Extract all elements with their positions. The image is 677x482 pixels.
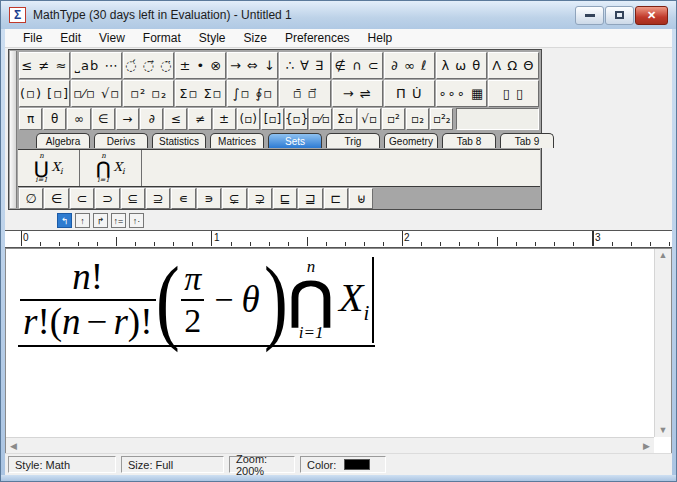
ruler-number: 0 — [23, 232, 29, 243]
set-symbol-button[interactable]: ⊑ — [273, 188, 297, 209]
small-bar-button[interactable]: {▫} — [285, 108, 308, 130]
small-bar-button[interactable]: ∈ — [92, 108, 115, 130]
scroll-right-icon[interactable]: ▶ — [643, 442, 650, 451]
window-border-left — [1, 1, 5, 481]
small-bar-button[interactable]: → — [116, 108, 139, 130]
tab-stop-button-equal-tab[interactable]: ↑= — [111, 213, 126, 228]
close-button[interactable]: ✕ — [635, 6, 668, 25]
palette-button-sum-templates[interactable]: Σ▫ Σ▫ — [175, 80, 226, 107]
tab-geometry[interactable]: Geometry — [384, 133, 438, 148]
palette-button-greek-lowercase[interactable]: λ ω θ — [436, 52, 487, 79]
tab-stop-button-center-tab[interactable]: ↑ — [75, 213, 90, 228]
restore-button[interactable] — [605, 6, 634, 25]
palette-button-misc-symbols[interactable]: ∂ ∞ ℓ — [384, 52, 435, 79]
set-symbol-button[interactable]: ∍ — [197, 188, 221, 209]
set-symbol-button[interactable]: ⊃ — [95, 188, 119, 209]
palette-button-fence-templates[interactable]: (▫) [▫] — [19, 80, 70, 107]
set-symbol-button[interactable]: ⊇ — [146, 188, 170, 209]
small-bar-button[interactable]: ▫⁄▫ — [309, 108, 332, 130]
minimize-button[interactable] — [575, 6, 604, 25]
scroll-down-icon[interactable]: ▼ — [659, 426, 668, 435]
set-symbol-button[interactable]: ∅ — [19, 188, 43, 209]
set-symbol-button[interactable]: ⊏ — [324, 188, 348, 209]
set-symbol-button[interactable]: ⊎ — [349, 188, 373, 209]
equation: n! r!(n−r)! ( π 2 − θ ) n ⋂ i=1 X — [18, 257, 375, 347]
tab-tab-9[interactable]: Tab 9 — [500, 133, 554, 148]
scroll-up-icon[interactable]: ▲ — [659, 251, 668, 260]
palette-button-fraction-radical-templates[interactable]: ▫⁄▫ √▫ — [71, 80, 122, 107]
tab-stop-well: ↰↑↱↑=↑· — [5, 211, 672, 230]
small-bar-button[interactable]: ▫² — [382, 108, 405, 130]
small-bar-button[interactable]: ∂ — [140, 108, 163, 130]
palette-button-matrix-templates[interactable]: ∘∘∘ ▦ — [436, 80, 487, 107]
palette-button-spaces-ellipses[interactable]: ⎵ab ⋯ — [71, 52, 122, 79]
tab-derivs[interactable]: Derivs — [94, 133, 148, 148]
tab-stop-button-decimal-tab[interactable]: ↑· — [129, 213, 144, 228]
small-bar-button[interactable]: π — [19, 108, 42, 130]
equation-editing-area[interactable]: n! r!(n−r)! ( π 2 − θ ) n ⋂ i=1 X — [5, 248, 672, 455]
palette-button-embellishments[interactable]: ◌́ ◌⃗ ◌̈ — [123, 52, 174, 79]
menu-bar: FileEditViewFormatStyleSizePreferencesHe… — [5, 29, 672, 48]
menu-item[interactable]: Format — [134, 29, 190, 47]
palette-button-logic-symbols[interactable]: ∴ ∀ ∃ — [279, 52, 330, 79]
small-bar-button[interactable]: [▫] — [261, 108, 284, 130]
ruler-number: 1 — [214, 232, 220, 243]
ruler[interactable]: 0123 — [5, 230, 672, 248]
small-bar-button[interactable]: ≤ — [164, 108, 187, 130]
tab-algebra[interactable]: Algebra — [36, 133, 90, 148]
toolbar-grip-handle[interactable] — [10, 51, 17, 208]
tab-trig[interactable]: Trig — [326, 133, 380, 148]
small-bar-button[interactable]: ▫₂ — [406, 108, 429, 130]
big-expression-button-intersection-expression[interactable]: n ⋂ i=1 Xi — [80, 150, 142, 186]
palette-button-script-templates[interactable]: ▫² ▫₂ — [123, 80, 174, 107]
horizontal-scrollbar[interactable]: ◀ ▶ — [6, 437, 654, 454]
operand: Xi — [51, 160, 62, 176]
scroll-left-icon[interactable]: ◀ — [10, 442, 17, 451]
x-sub-i: Xi — [339, 274, 369, 326]
big-intersection: n ⋂ i=1 — [289, 259, 333, 341]
palette-button-set-theory-symbols[interactable]: ∉ ∩ ⊂ — [332, 52, 383, 79]
menu-item[interactable]: Size — [235, 29, 276, 47]
restore-icon — [615, 11, 624, 19]
set-symbol-button[interactable]: ⊋ — [248, 188, 272, 209]
set-symbol-button[interactable]: ⊊ — [222, 188, 246, 209]
palette-button-integral-templates[interactable]: ∫▫ ∮▫ — [227, 80, 278, 107]
menu-item[interactable]: Preferences — [276, 29, 359, 47]
small-bar-button[interactable]: ▫²₂ — [430, 108, 453, 130]
menu-item[interactable]: View — [90, 29, 134, 47]
palette-button-bar-arrow-templates[interactable]: ▫̄ ▫⃗ — [279, 80, 330, 107]
small-bar-button[interactable]: ∞ — [67, 108, 90, 130]
palette-button-arrow-symbols[interactable]: → ⇔ ↓ — [227, 52, 278, 79]
small-bar-button[interactable]: Σ▫ — [333, 108, 356, 130]
menu-item[interactable]: File — [14, 29, 51, 47]
tab-stop-button-left-tab[interactable]: ↰ — [57, 213, 72, 228]
tab-sets[interactable]: Sets — [268, 133, 322, 148]
big-expression-button-union-expression[interactable]: n ⋃ i=1 Xi — [18, 150, 80, 186]
set-symbol-button[interactable]: ∈ — [44, 188, 68, 209]
palette-button-relational-symbols[interactable]: ≤ ≠ ≈ — [19, 52, 70, 79]
small-bar-button[interactable]: √▫ — [358, 108, 381, 130]
tab-stop-button-right-tab[interactable]: ↱ — [93, 213, 108, 228]
menu-item[interactable]: Help — [359, 29, 402, 47]
title-bar[interactable]: Σ MathType (30 days left in Evaluation) … — [1, 1, 676, 29]
vertical-scrollbar[interactable]: ▲ ▼ — [654, 249, 671, 437]
small-bar-button[interactable]: ± — [213, 108, 236, 130]
menu-item[interactable]: Edit — [51, 29, 90, 47]
set-symbol-button[interactable]: ∊ — [171, 188, 195, 209]
small-bar-button[interactable]: θ — [43, 108, 66, 130]
tab-tab-8[interactable]: Tab 8 — [442, 133, 496, 148]
theta-symbol: θ — [241, 278, 259, 321]
palette-button-product-set-templates[interactable]: Π̇ U̇ — [384, 80, 435, 107]
set-symbol-button[interactable]: ⊆ — [121, 188, 145, 209]
set-symbol-button[interactable]: ⊂ — [70, 188, 94, 209]
set-symbol-button[interactable]: ⊒ — [298, 188, 322, 209]
palette-button-labeled-arrow-templates[interactable]: → ⇌ — [332, 80, 383, 107]
small-bar-button[interactable]: ≠ — [188, 108, 211, 130]
menu-item[interactable]: Style — [190, 29, 235, 47]
palette-button-operator-symbols[interactable]: ± • ⊗ — [175, 52, 226, 79]
small-bar-button[interactable]: (▫) — [237, 108, 260, 130]
tab-matrices[interactable]: Matrices — [210, 133, 264, 148]
palette-button-greek-uppercase[interactable]: Λ Ω Θ — [488, 52, 539, 79]
tab-statistics[interactable]: Statistics — [152, 133, 206, 148]
palette-button-box-templates[interactable]: ▯ ▯ — [488, 80, 539, 107]
